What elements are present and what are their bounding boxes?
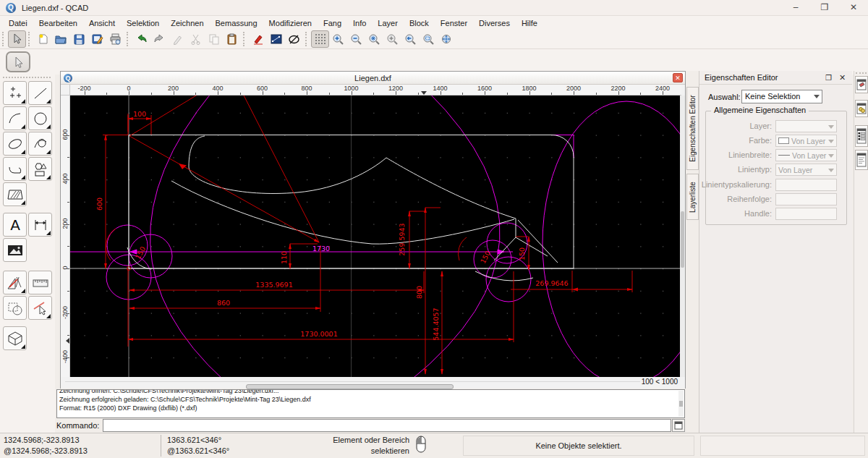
toolbar-handle[interactable] (856, 72, 867, 74)
zoom-in-button[interactable] (329, 30, 347, 48)
ruler-label: 600 (61, 124, 69, 145)
tool-arc[interactable] (3, 106, 27, 130)
tool-shapes[interactable] (28, 157, 52, 181)
lineweight-combobox[interactable]: Von Layer (775, 149, 837, 161)
print-button[interactable] (106, 30, 124, 48)
tab-eigenschaften-editor[interactable]: Eigenschaften Editor (686, 87, 699, 170)
tool-solid[interactable] (3, 326, 27, 350)
command-input[interactable] (103, 419, 671, 432)
draw-order-field[interactable] (775, 193, 837, 205)
menu-info[interactable]: Info (347, 17, 372, 29)
save-as-button[interactable] (88, 30, 106, 48)
close-panel-icon[interactable]: ✕ (838, 73, 847, 82)
command-options-button[interactable] (672, 419, 685, 432)
menu-block[interactable]: Block (404, 17, 435, 29)
toggle-block-list-button[interactable] (855, 125, 868, 147)
save-button[interactable] (70, 30, 88, 48)
open-file-button[interactable] (52, 30, 70, 48)
toggle-layer-list-button[interactable] (855, 100, 868, 117)
menu-fang[interactable]: Fang (318, 17, 347, 29)
selection-pointer-button[interactable] (6, 51, 30, 72)
menu-modifizieren[interactable]: Modifizieren (263, 17, 318, 29)
tool-trim[interactable] (28, 296, 52, 320)
toolbar-handle[interactable] (243, 32, 247, 46)
close-button[interactable]: ✕ (839, 0, 868, 16)
handle-field[interactable] (775, 208, 837, 220)
menu-bemassung[interactable]: Bemassung (210, 17, 263, 29)
tool-circle[interactable] (28, 106, 52, 130)
selection-combobox[interactable]: Keine Selektion (741, 90, 822, 103)
cut-button[interactable] (187, 30, 205, 48)
zoom-window-button[interactable] (420, 30, 438, 48)
command-history[interactable]: Zeichnung öffnen: C:\Schule\CFS\Technik\… (56, 389, 685, 418)
tool-draw-settings[interactable] (3, 271, 27, 294)
minimize-button[interactable]: – (781, 0, 810, 16)
tool-ellipse[interactable] (3, 132, 27, 156)
svg-text:A: A (10, 217, 20, 233)
horizontal-scrollbar-thumb[interactable] (246, 384, 454, 389)
float-panel-icon[interactable]: ❐ (824, 73, 833, 82)
tool-measure[interactable] (28, 271, 52, 294)
zoom-auto-button[interactable] (365, 30, 383, 48)
tool-spline[interactable] (28, 132, 52, 156)
drawing-preferences-button[interactable] (267, 30, 285, 48)
dimension-label: 860 (217, 299, 230, 307)
layer-combobox[interactable] (775, 120, 837, 132)
dock-toggle-toolbar (854, 71, 868, 433)
restore-button[interactable]: ❐ (810, 0, 839, 16)
linetype-combobox[interactable]: Von Layer (775, 164, 837, 176)
toolbox-handle[interactable] (3, 77, 51, 78)
edit-button[interactable] (169, 30, 187, 48)
redo-button[interactable] (150, 30, 169, 48)
zoom-previous-button[interactable] (401, 30, 420, 48)
draw-color-button[interactable] (249, 30, 267, 48)
tool-modify[interactable] (3, 296, 27, 320)
menu-layer[interactable]: Layer (372, 17, 404, 29)
tab-layerliste[interactable]: Layerliste (686, 174, 699, 220)
paste-button[interactable] (223, 30, 241, 48)
menu-diverses[interactable]: Diverses (473, 17, 516, 29)
tool-hatch[interactable] (3, 182, 27, 206)
menu-datei[interactable]: Datei (3, 17, 33, 29)
tool-dimension[interactable] (28, 213, 52, 237)
select-tool-button[interactable] (8, 30, 26, 48)
zoom-out-button[interactable] (347, 30, 365, 48)
toolbar-handle[interactable] (2, 32, 6, 46)
tool-line[interactable] (28, 81, 52, 105)
menu-bearbeiten[interactable]: Bearbeiten (33, 17, 83, 29)
tool-text[interactable]: A (3, 213, 27, 237)
properties-panel-header[interactable]: Eigenschaften Editor ❐ ✕ (699, 71, 852, 85)
toolbar-handle[interactable] (28, 32, 32, 46)
ellipse-tool-button[interactable] (285, 30, 303, 48)
drawing-canvas[interactable]: 100 600 110 1335.9691 860 1730.0001 800 … (70, 96, 681, 377)
panel-toggle-icon (674, 421, 683, 430)
grid-toggle-button[interactable] (311, 30, 329, 48)
copy-button[interactable] (205, 30, 223, 48)
tool-polyline[interactable] (3, 157, 27, 181)
linetype-scale-field[interactable] (775, 179, 837, 191)
tool-points[interactable] (3, 81, 27, 105)
toggle-property-editor-button[interactable] (855, 76, 868, 93)
menu-hilfe[interactable]: Hilfe (516, 17, 543, 29)
vertical-scrollbar[interactable] (680, 96, 685, 377)
absolute-coordinates: 1324.5968;-323.8913 (4, 435, 88, 446)
menu-fenster[interactable]: Fenster (435, 17, 473, 29)
toolbar-handle[interactable] (127, 32, 130, 46)
new-file-button[interactable] (34, 30, 52, 48)
toolbar-handle[interactable] (305, 32, 309, 46)
drawing-window-close-button[interactable]: ✕ (673, 73, 683, 82)
main-toolbar (0, 30, 868, 49)
toggle-command-line-button[interactable] (855, 150, 868, 170)
zoom-selection-button[interactable] (383, 30, 401, 48)
menu-zeichnen[interactable]: Zeichnen (165, 17, 209, 29)
color-combobox[interactable]: Von Layer (775, 135, 837, 147)
pan-button[interactable] (438, 30, 456, 48)
horizontal-scrollbar[interactable] (65, 381, 640, 384)
menu-ansicht[interactable]: Ansicht (83, 17, 121, 29)
tool-image[interactable] (3, 238, 27, 262)
menu-selektion[interactable]: Selektion (121, 17, 165, 29)
drawing-window-titlebar[interactable]: Q Liegen.dxf ✕ (61, 72, 685, 85)
vertical-scrollbar-thumb[interactable] (681, 211, 684, 268)
undo-button[interactable] (132, 30, 150, 48)
command-history-scrollbar[interactable] (678, 391, 684, 417)
